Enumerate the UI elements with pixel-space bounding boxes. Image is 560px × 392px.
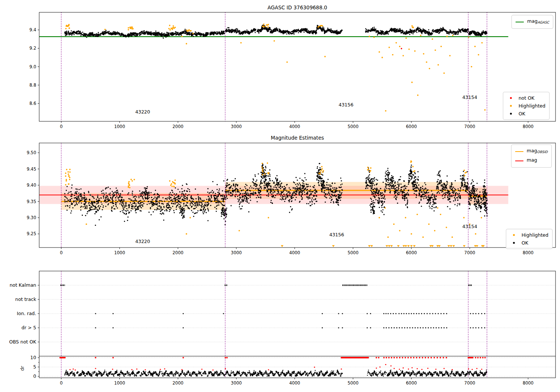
legend-item-ok-2: OK [510,239,548,247]
highlighted-dot-swatch-2 [513,234,515,236]
obsid-annotation: 43220 [135,109,150,115]
flag-category-labels: not Kalmannot trackIon. rad.dr > 5OBS no… [9,282,39,379]
y-axis-ticks: 8.68.89.09.29.4 [29,27,39,106]
clipped-low-triangles [281,245,485,247]
x-tick-label: 3000 [231,250,242,255]
middle-plot: 4322043156431540100020003000400050006000… [27,143,556,255]
legend-label-not-ok: not OK [519,94,534,102]
x-tick-label: 7000 [464,250,475,255]
highlighted-dot-swatch [510,105,512,107]
x-tick-label: 4000 [289,250,300,255]
legend-item-mag-agasc: magAGASC [516,17,549,27]
x-tick-label: 3000 [231,124,242,129]
y-tick-label: 9.2 [29,46,36,51]
category-label: not Kalman [10,282,36,288]
y-tick-label: 9.45 [27,167,36,172]
x-tick-label: 8000 [523,124,533,129]
x-tick-label: 6000 [406,380,417,386]
legend-item-ok: OK [507,110,545,118]
ok-dot-swatch-2 [513,242,515,244]
x-tick-label: 5000 [348,124,358,129]
x-tick-label: 6000 [406,124,417,129]
obsid-boundary-vlines [61,271,487,378]
y-tick-label: 8.6 [29,101,36,106]
x-tick-label: 1000 [114,250,125,255]
legend-mag-agasc: magAGASC [511,15,553,29]
flags-plot: not Kalmannot trackIon. rad.dr > 5OBS no… [9,271,556,386]
x-tick-label: 5000 [348,250,358,255]
legend-label-mag: mag [527,156,537,165]
flag-gridlines [39,285,556,376]
x-tick-label: 8000 [523,380,533,386]
y-axis-ticks: 9.259.309.359.409.459.50 [27,150,39,236]
x-axis-ticks: 010002000300040005000600070008000 [60,121,533,129]
y-tick-label: 9.35 [27,199,36,204]
x-tick-label: 5000 [348,380,358,386]
obsid-annotation: 43154 [462,94,477,100]
y-tick-label: 9.4 [29,27,36,32]
x-tick-label: 4000 [289,380,300,386]
legend-label-ok: OK [519,110,525,118]
obsid-annotation: 43156 [329,232,344,237]
legend-item-highlighted-2: Highlighted [510,231,548,239]
x-tick-label: 2000 [172,250,183,255]
x-tick-label: 1000 [114,380,125,386]
legend-top-markers: not OK Highlighted OK [503,92,550,120]
x-tick-label: 2000 [172,124,183,129]
top-plot: 4322043156431540100020003000400050006000… [29,12,556,129]
legend-item-mag-obsid: magOBSID [515,147,548,156]
x-tick-label: 7000 [464,380,475,386]
legend-item-mag: mag [515,156,548,165]
category-label: dr > 5 [22,325,36,330]
x-tick-label: 7000 [464,124,475,129]
dr-red-spikes-layer [69,364,482,371]
legend-label-mag-agasc: magAGASC [527,17,549,27]
mag-line-swatch [515,161,523,161]
legend-label-ok-2: OK [522,239,528,247]
x-tick-label: 1000 [114,124,125,129]
obsid-annotation: 43220 [135,239,150,244]
obsid-annotation: 43156 [339,102,354,108]
obsid-annotation: 43154 [462,224,477,229]
x-tick-label: 6000 [406,250,417,255]
mag-agasc-line-swatch [516,22,524,22]
y-tick-label: 9.50 [27,150,36,155]
y-tick-label: 9.0 [29,64,36,69]
dr-tick-label: 0 [33,373,36,379]
legend-mid-lines: magOBSID mag [511,144,552,168]
x-tick-label: 2000 [172,380,183,386]
ok-dot-swatch [510,113,512,115]
dr-clipped-red-layer [59,357,486,358]
x-tick-label: 3000 [231,380,242,386]
top-plot-title: AGASC ID 376309688.0 [39,4,556,10]
legend-label-mag-obsid: magOBSID [527,147,548,156]
middle-plot-title: Magnitude Estimates [39,135,556,141]
x-tick-label: 8000 [523,250,533,255]
mag-obsid-line-swatch [515,151,523,152]
dr-tick-label: 5 [33,364,36,370]
y-tick-label: 9.40 [27,183,36,188]
axes-frame [39,12,556,121]
axes-frame [39,271,556,378]
legend-item-not-ok: not OK [507,94,545,102]
legend-item-highlighted: Highlighted [507,102,545,110]
dr-tick-label: 10 [30,355,36,360]
legend-label-highlighted: Highlighted [519,102,545,110]
x-tick-label: 0 [60,250,62,255]
x-tick-label: 0 [60,124,62,129]
dr-axis-label: dr [19,366,25,371]
x-tick-label: 4000 [289,124,300,129]
y-tick-label: 8.8 [29,83,36,88]
x-tick-label: 0 [60,380,62,386]
legend-label-highlighted-2: Highlighted [522,231,548,239]
y-tick-label: 9.25 [27,231,36,236]
category-label: Ion. rad. [17,311,36,316]
not-ok-point [401,48,402,49]
category-label: OBS not OK [9,339,36,345]
x-axis-ticks: 010002000300040005000600070008000 [60,248,533,255]
legend-mid-markers: Highlighted OK [506,229,553,249]
dr-trace-layer [64,370,487,377]
y-tick-label: 9.30 [27,215,36,220]
not-ok-dot-swatch [510,97,512,99]
x-axis-ticks: 010002000300040005000600070008000 [60,378,533,386]
